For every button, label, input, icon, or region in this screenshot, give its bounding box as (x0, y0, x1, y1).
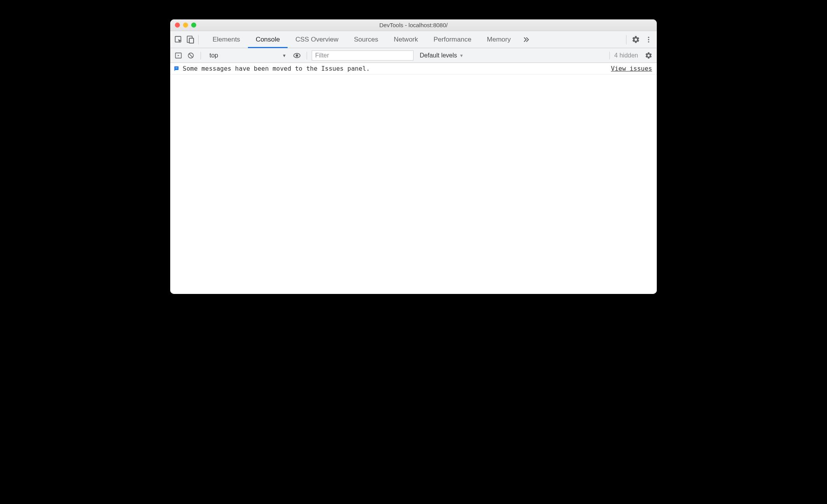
devtools-window: DevTools - localhost:8080/ Elements Cons… (170, 19, 657, 294)
svg-point-11 (296, 54, 298, 56)
more-tabs-icon[interactable] (518, 34, 534, 45)
filter-input[interactable] (312, 50, 414, 61)
tabstrip-right-icons (624, 34, 654, 45)
svg-point-6 (648, 41, 649, 42)
svg-line-9 (189, 54, 192, 57)
tab-performance[interactable]: Performance (426, 31, 479, 48)
log-levels-select[interactable]: Default levels ▼ (420, 52, 464, 59)
log-levels-label: Default levels (420, 52, 457, 59)
issues-icon (173, 66, 180, 72)
minimize-window-button[interactable] (183, 23, 188, 28)
execution-context-label: top (209, 52, 218, 59)
device-toolbar-icon[interactable] (184, 34, 196, 45)
svg-point-4 (648, 36, 649, 38)
separator (626, 35, 626, 44)
execution-context-select[interactable]: top ▼ (206, 50, 290, 61)
tab-css-overview[interactable]: CSS Overview (288, 31, 346, 48)
console-settings-gear-icon[interactable] (644, 50, 654, 61)
separator (609, 52, 610, 59)
tab-elements[interactable]: Elements (205, 31, 248, 48)
traffic-lights (170, 23, 196, 28)
chevron-down-icon: ▼ (459, 53, 464, 58)
close-window-button[interactable] (175, 23, 180, 28)
more-options-icon[interactable] (643, 34, 654, 45)
view-issues-link[interactable]: View issues (611, 65, 652, 72)
console-toolbar: top ▼ Default levels ▼ 4 hidden (170, 48, 657, 63)
separator (198, 35, 199, 44)
console-output-area[interactable] (170, 75, 657, 294)
panel-tabs: Elements Console CSS Overview Sources Ne… (205, 31, 534, 48)
chevron-down-icon: ▼ (282, 53, 286, 58)
settings-gear-icon[interactable] (629, 34, 643, 45)
separator (201, 52, 201, 59)
tab-memory[interactable]: Memory (479, 31, 518, 48)
toggle-console-sidebar-icon[interactable] (173, 50, 183, 61)
svg-rect-0 (175, 36, 181, 42)
live-expression-icon[interactable] (292, 50, 302, 61)
svg-rect-12 (175, 68, 177, 68)
svg-rect-2 (189, 38, 194, 43)
maximize-window-button[interactable] (191, 23, 196, 28)
clear-console-icon[interactable] (186, 50, 196, 61)
issues-message-text: Some messages have been moved to the Iss… (183, 65, 370, 72)
svg-point-5 (648, 39, 649, 40)
inspect-element-icon[interactable] (173, 34, 184, 45)
issues-banner: Some messages have been moved to the Iss… (170, 63, 657, 75)
window-title: DevTools - localhost:8080/ (170, 22, 657, 28)
titlebar: DevTools - localhost:8080/ (170, 19, 657, 31)
tab-sources[interactable]: Sources (346, 31, 386, 48)
hidden-messages-count[interactable]: 4 hidden (614, 52, 638, 59)
tab-console[interactable]: Console (248, 31, 288, 48)
tab-network[interactable]: Network (386, 31, 426, 48)
main-tabstrip: Elements Console CSS Overview Sources Ne… (170, 31, 657, 48)
separator (307, 52, 307, 59)
